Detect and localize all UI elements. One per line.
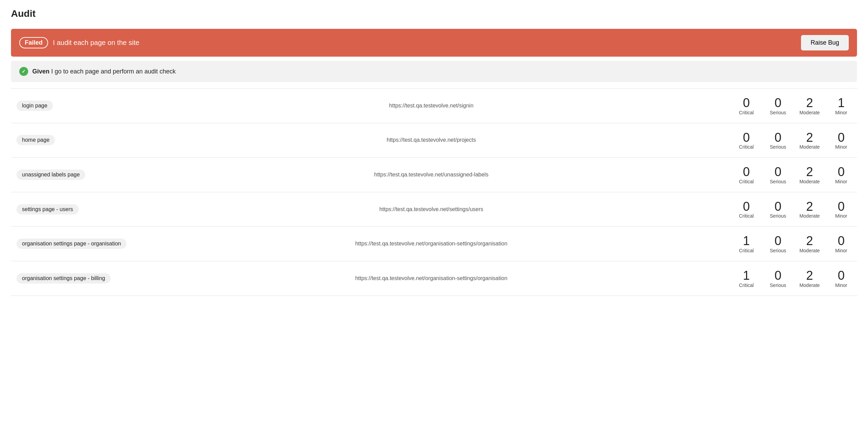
serious-value: 0 [768, 96, 788, 110]
page-title: Audit [11, 8, 857, 19]
critical-label: Critical [736, 144, 757, 150]
table-row: home page https://test.qa.testevolve.net… [11, 123, 857, 158]
minor-count: 0 Minor [831, 131, 852, 150]
serious-value: 0 [768, 165, 788, 179]
minor-value: 1 [831, 96, 852, 110]
critical-count: 0 Critical [736, 96, 757, 115]
page-url: https://test.qa.testevolve.net/organisat… [132, 227, 731, 261]
minor-count: 0 Minor [831, 269, 852, 288]
serious-count: 0 Serious [768, 165, 788, 184]
page-tag: organisation settings page - organisatio… [16, 239, 126, 249]
serious-label: Serious [768, 110, 788, 115]
critical-count: 1 Critical [736, 234, 757, 253]
critical-value: 0 [736, 165, 757, 179]
critical-count: 0 Critical [736, 200, 757, 219]
moderate-value: 2 [799, 234, 820, 248]
page-tag: organisation settings page - billing [16, 273, 111, 284]
severity-group: 1 Critical 0 Serious 2 Moderate 0 Minor [736, 269, 852, 288]
moderate-count: 2 Moderate [799, 234, 820, 253]
minor-label: Minor [831, 213, 852, 219]
moderate-count: 2 Moderate [799, 96, 820, 115]
severity-group: 0 Critical 0 Serious 2 Moderate 1 Minor [736, 96, 852, 115]
check-icon [19, 67, 28, 76]
status-banner: Failed I audit each page on the site Rai… [11, 29, 857, 57]
page-url: https://test.qa.testevolve.net/organisat… [132, 261, 731, 296]
moderate-count: 2 Moderate [799, 165, 820, 184]
severity-group: 0 Critical 0 Serious 2 Moderate 0 Minor [736, 131, 852, 150]
minor-value: 0 [831, 131, 852, 145]
serious-value: 0 [768, 269, 788, 282]
minor-label: Minor [831, 248, 852, 253]
moderate-label: Moderate [799, 248, 820, 253]
page-tag: unassigned labels page [16, 170, 85, 180]
minor-label: Minor [831, 179, 852, 184]
table-row: organisation settings page - billing htt… [11, 261, 857, 296]
serious-value: 0 [768, 234, 788, 248]
serious-count: 0 Serious [768, 200, 788, 219]
critical-value: 1 [736, 269, 757, 282]
table-row: login page https://test.qa.testevolve.ne… [11, 89, 857, 123]
table-row: unassigned labels page https://test.qa.t… [11, 158, 857, 192]
minor-value: 0 [831, 234, 852, 248]
moderate-count: 2 Moderate [799, 200, 820, 219]
severity-group: 0 Critical 0 Serious 2 Moderate 0 Minor [736, 200, 852, 219]
serious-value: 0 [768, 200, 788, 214]
given-row: Given I go to each page and perform an a… [11, 61, 857, 82]
minor-count: 0 Minor [831, 165, 852, 184]
critical-count: 0 Critical [736, 165, 757, 184]
critical-label: Critical [736, 110, 757, 115]
critical-value: 1 [736, 234, 757, 248]
page-url: https://test.qa.testevolve.net/projects [132, 123, 731, 158]
critical-count: 1 Critical [736, 269, 757, 288]
moderate-count: 2 Moderate [799, 131, 820, 150]
moderate-value: 2 [799, 165, 820, 179]
serious-count: 0 Serious [768, 96, 788, 115]
page-tag: login page [16, 101, 53, 111]
critical-value: 0 [736, 96, 757, 110]
audit-table: login page https://test.qa.testevolve.ne… [11, 88, 857, 296]
page-url: https://test.qa.testevolve.net/signin [132, 89, 731, 123]
page-url: https://test.qa.testevolve.net/unassigne… [132, 158, 731, 192]
banner-left: Failed I audit each page on the site [19, 37, 139, 48]
minor-value: 0 [831, 165, 852, 179]
page-tag: settings page - users [16, 204, 79, 215]
serious-label: Serious [768, 213, 788, 219]
severity-group: 0 Critical 0 Serious 2 Moderate 0 Minor [736, 165, 852, 184]
minor-label: Minor [831, 282, 852, 288]
moderate-count: 2 Moderate [799, 269, 820, 288]
serious-count: 0 Serious [768, 234, 788, 253]
moderate-value: 2 [799, 96, 820, 110]
moderate-label: Moderate [799, 213, 820, 219]
given-text-content: I go to each page and perform an audit c… [51, 68, 176, 75]
moderate-label: Moderate [799, 179, 820, 184]
serious-label: Serious [768, 179, 788, 184]
minor-count: 1 Minor [831, 96, 852, 115]
critical-label: Critical [736, 213, 757, 219]
moderate-value: 2 [799, 131, 820, 145]
moderate-label: Moderate [799, 282, 820, 288]
raise-bug-button[interactable]: Raise Bug [801, 35, 849, 50]
critical-value: 0 [736, 200, 757, 214]
minor-count: 0 Minor [831, 234, 852, 253]
failed-badge: Failed [19, 37, 48, 48]
given-label: Given [32, 68, 49, 75]
critical-count: 0 Critical [736, 131, 757, 150]
critical-label: Critical [736, 179, 757, 184]
table-row: organisation settings page - organisatio… [11, 227, 857, 261]
serious-label: Serious [768, 144, 788, 150]
serious-label: Serious [768, 248, 788, 253]
table-row: settings page - users https://test.qa.te… [11, 192, 857, 227]
minor-value: 0 [831, 200, 852, 214]
critical-label: Critical [736, 282, 757, 288]
page-tag: home page [16, 135, 55, 145]
serious-value: 0 [768, 131, 788, 145]
moderate-value: 2 [799, 269, 820, 282]
critical-value: 0 [736, 131, 757, 145]
moderate-label: Moderate [799, 110, 820, 115]
minor-count: 0 Minor [831, 200, 852, 219]
critical-label: Critical [736, 248, 757, 253]
serious-count: 0 Serious [768, 269, 788, 288]
serious-label: Serious [768, 282, 788, 288]
serious-count: 0 Serious [768, 131, 788, 150]
moderate-label: Moderate [799, 144, 820, 150]
